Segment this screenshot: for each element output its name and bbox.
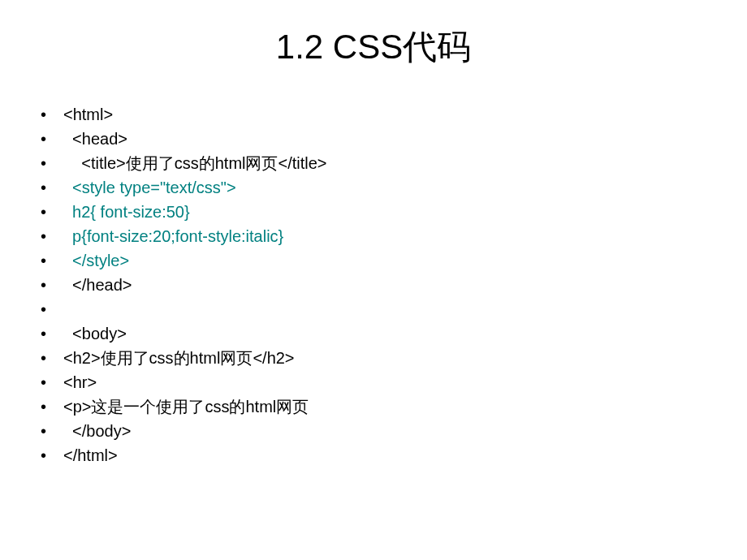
code-line: </style> [41,248,747,273]
code-text: <style type="text/css"> [63,179,236,196]
code-line: <p>这是一个使用了css的html网页 [41,394,747,419]
code-line [41,297,747,321]
code-text: </html> [63,446,118,464]
code-line: </body> [41,419,747,443]
code-list: <html> <head> <title>使用了css的html网页</titl… [0,102,747,467]
code-line: p{font-size:20;font-style:italic} [41,224,747,248]
code-text: </body> [63,422,131,440]
code-text: </head> [63,276,132,294]
code-text: <body> [63,325,127,342]
code-text: <h2>使用了css的html网页</h2> [63,349,295,367]
code-text: <hr> [63,373,97,391]
code-text: h2{ font-size:50} [63,203,190,221]
code-line: </html> [41,443,747,467]
code-line: <style type="text/css"> [41,175,747,200]
code-line: <html> [41,102,747,127]
code-text: <html> [63,106,113,123]
code-line: <title>使用了css的html网页</title> [41,151,747,175]
code-line: <hr> [41,370,747,394]
code-text: <p>这是一个使用了css的html网页 [63,398,309,416]
slide-title: 1.2 CSS代码 [0,0,747,102]
code-line: </head> [41,273,747,297]
code-line: <body> [41,321,747,346]
code-line: <h2>使用了css的html网页</h2> [41,346,747,370]
code-text: </style> [63,252,129,269]
code-line: h2{ font-size:50} [41,200,747,224]
code-text: p{font-size:20;font-style:italic} [63,227,283,245]
code-text: <head> [63,130,127,148]
code-line: <head> [41,127,747,151]
code-text: <title>使用了css的html网页</title> [63,154,327,172]
